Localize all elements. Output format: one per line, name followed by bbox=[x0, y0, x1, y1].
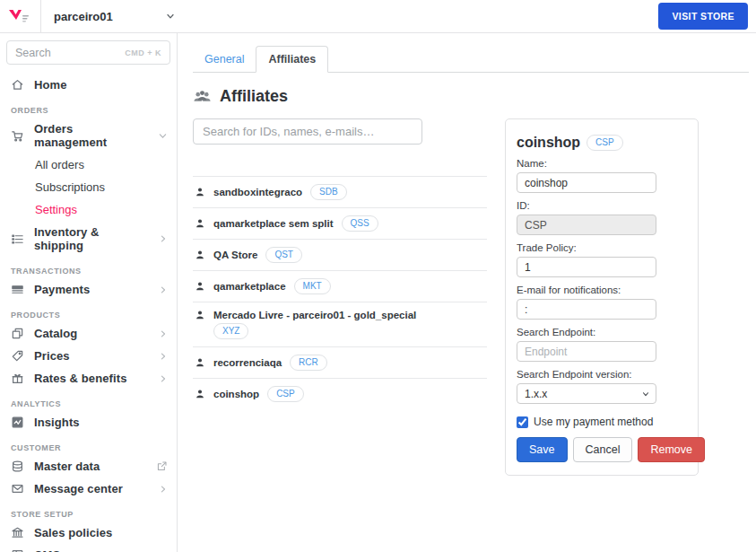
use-payment-method-checkbox[interactable] bbox=[517, 416, 528, 428]
affiliate-name: sandboxintegraco bbox=[213, 187, 302, 197]
sidebar-section-orders: ORDERS bbox=[11, 106, 166, 115]
endpoint-version-select[interactable]: 1.x.x bbox=[517, 383, 656, 404]
bank-icon bbox=[11, 526, 24, 539]
sidebar-search-placeholder: Search bbox=[15, 47, 119, 59]
affiliate-row-recorrenciaqa[interactable]: recorrenciaqaRCR bbox=[193, 346, 487, 378]
topbar: parceiro01 VISIT STORE bbox=[0, 0, 756, 33]
inventory-icon bbox=[11, 232, 24, 246]
users-group-icon bbox=[193, 90, 212, 104]
sidebar-item-label: Message center bbox=[34, 482, 149, 495]
affiliate-row-qamarketplace-sem-split[interactable]: qamarketplace sem splitQSS bbox=[193, 207, 487, 239]
sidebar-item-home[interactable]: Home bbox=[0, 74, 177, 96]
tab-bar: General Affiliates bbox=[193, 46, 749, 73]
affiliate-row-sandboxintegraco[interactable]: sandboxintegracoSDB bbox=[193, 176, 487, 207]
sidebar-section-customer: CUSTOMER bbox=[11, 443, 166, 452]
cms-icon bbox=[11, 548, 24, 552]
sidebar-item-prices[interactable]: Prices bbox=[0, 345, 177, 367]
tab-affiliates[interactable]: Affiliates bbox=[256, 46, 328, 73]
brand-area: parceiro01 bbox=[0, 0, 178, 32]
sidebar-item-label: Master data bbox=[34, 460, 146, 473]
person-icon bbox=[195, 310, 205, 320]
home-icon bbox=[11, 78, 24, 92]
sidebar-item-sales-policies[interactable]: Sales policies bbox=[0, 521, 177, 544]
chevron-down-icon[interactable] bbox=[165, 11, 176, 22]
person-icon bbox=[195, 357, 205, 368]
person-icon bbox=[195, 389, 205, 399]
affiliates-column: sandboxintegracoSDBqamarketplace sem spl… bbox=[193, 118, 487, 409]
chevron-right-icon bbox=[159, 234, 168, 243]
external-link-icon[interactable] bbox=[156, 460, 168, 472]
field-name: Name: bbox=[517, 158, 687, 193]
account-name[interactable]: parceiro01 bbox=[54, 10, 113, 23]
sidebar-search-shortcut: CMD + K bbox=[125, 48, 161, 57]
detail-title-row: coinshop CSP bbox=[517, 135, 687, 151]
affiliate-name: recorrenciaqa bbox=[213, 357, 282, 368]
sidebar-item-cms[interactable]: CMS bbox=[0, 544, 177, 552]
affiliate-row-qamarketplace[interactable]: qamarketplaceMKT bbox=[193, 270, 487, 302]
sidebar-item-payments[interactable]: Payments bbox=[0, 278, 177, 301]
person-icon bbox=[195, 218, 205, 229]
affiliate-badge: XYZ bbox=[213, 323, 248, 339]
affiliate-detail-panel: coinshop CSP Name: ID: Trade Policy: E-m… bbox=[505, 118, 699, 476]
affiliate-row-mercado-livre-parceiro01-gold-special[interactable]: Mercado Livre - parceiro01 - gold_specia… bbox=[193, 302, 487, 346]
page-head: Affiliates bbox=[193, 87, 749, 106]
gift-icon bbox=[11, 372, 24, 385]
field-trade-policy: Trade Policy: bbox=[517, 242, 687, 277]
affiliates-search-input[interactable] bbox=[193, 118, 422, 145]
insights-icon bbox=[11, 416, 24, 429]
sidebar-item-label: Home bbox=[34, 78, 168, 92]
catalog-icon bbox=[11, 327, 24, 340]
affiliate-badge: RCR bbox=[290, 355, 327, 371]
affiliate-row-coinshop[interactable]: coinshopCSP bbox=[193, 378, 487, 409]
affiliate-row-qa-store[interactable]: QA StoreQST bbox=[193, 239, 487, 270]
payment-method-row: Use my payment method bbox=[517, 416, 687, 428]
sidebar-item-subscriptions[interactable]: Subscriptions bbox=[0, 176, 177, 198]
field-email: E-mail for notifications: bbox=[517, 285, 687, 320]
vtex-logo-icon[interactable] bbox=[8, 8, 31, 24]
admin-screen: parceiro01 VISIT STORE Search CMD + K Ho… bbox=[0, 0, 756, 552]
sidebar-item-master-data[interactable]: Master data bbox=[0, 455, 177, 478]
sidebar-item-label: CMS bbox=[34, 548, 149, 552]
affiliate-badge: MKT bbox=[294, 278, 331, 294]
sidebar-nav: HomeORDERSOrders managementAll ordersSub… bbox=[0, 74, 177, 552]
name-input[interactable] bbox=[517, 172, 656, 193]
affiliate-badge: CSP bbox=[267, 386, 304, 402]
chevron-right-icon bbox=[159, 352, 168, 361]
sidebar-item-inventory-shipping[interactable]: Inventory & shipping bbox=[0, 221, 177, 257]
person-icon bbox=[195, 250, 205, 260]
field-endpoint: Search Endpoint: bbox=[517, 327, 687, 362]
trade-policy-input[interactable] bbox=[517, 257, 656, 277]
trade-policy-label: Trade Policy: bbox=[517, 242, 687, 253]
sidebar-item-catalog[interactable]: Catalog bbox=[0, 322, 177, 345]
visit-store-button[interactable]: VISIT STORE bbox=[658, 3, 748, 30]
content-columns: sandboxintegracoSDBqamarketplace sem spl… bbox=[193, 118, 749, 476]
sidebar-section-transactions: TRANSACTIONS bbox=[11, 267, 166, 276]
chevron-down-icon bbox=[158, 131, 168, 141]
sidebar-item-all-orders[interactable]: All orders bbox=[0, 153, 177, 176]
chevron-right-icon bbox=[159, 285, 168, 294]
save-button[interactable]: Save bbox=[517, 437, 568, 462]
sidebar-item-settings[interactable]: Settings bbox=[0, 198, 177, 221]
name-label: Name: bbox=[517, 158, 687, 169]
tab-general[interactable]: General bbox=[193, 47, 256, 72]
sidebar-item-label: Prices bbox=[34, 349, 149, 363]
main-content: General Affiliates Affiliates sandboxint… bbox=[178, 33, 756, 552]
sidebar-item-label: Insights bbox=[34, 416, 168, 429]
endpoint-input[interactable] bbox=[517, 341, 656, 362]
sidebar-search-input[interactable]: Search CMD + K bbox=[6, 40, 170, 65]
detail-title: coinshop bbox=[517, 135, 580, 151]
sidebar-item-rates-benefits[interactable]: Rates & benefits bbox=[0, 367, 177, 390]
sidebar-item-insights[interactable]: Insights bbox=[0, 411, 177, 434]
cancel-button[interactable]: Cancel bbox=[573, 437, 633, 462]
page-title: Affiliates bbox=[220, 87, 288, 106]
affiliates-list: sandboxintegracoSDBqamarketplace sem spl… bbox=[193, 176, 487, 409]
email-input[interactable] bbox=[517, 299, 656, 320]
chevron-right-icon bbox=[159, 374, 168, 383]
remove-button[interactable]: Remove bbox=[638, 437, 705, 462]
sidebar-item-label: Payments bbox=[34, 283, 149, 296]
sidebar-item-message-center[interactable]: Message center bbox=[0, 478, 177, 500]
divider bbox=[40, 0, 41, 32]
affiliate-badge: QSS bbox=[342, 215, 378, 232]
endpoint-label: Search Endpoint: bbox=[517, 327, 687, 337]
sidebar-item-orders-management[interactable]: Orders management bbox=[0, 118, 177, 153]
